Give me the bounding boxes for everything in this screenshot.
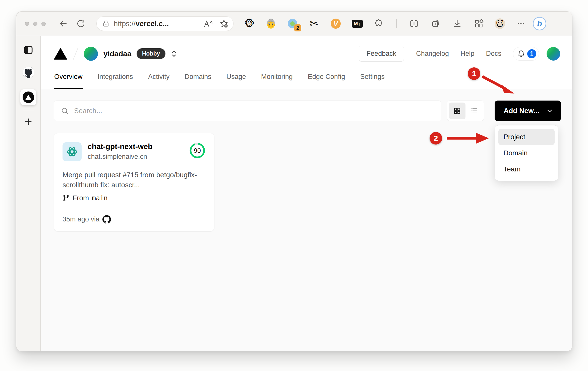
read-aloud-icon[interactable] [203,19,213,28]
dropdown-item-project[interactable]: Project [498,129,555,145]
lock-icon [102,20,110,27]
chevron-down-icon [546,107,553,115]
grandma-extension-icon[interactable]: 👵 [265,18,277,29]
bell-icon [517,50,525,58]
deploy-time: 35m ago via [63,215,99,223]
edge-sidebar [16,36,41,351]
vercel-header: yidadaa Hobby Feedback Changelog Help Do… [41,36,572,71]
extensions-puzzle-icon[interactable] [373,18,385,29]
favorites-star-icon[interactable] [219,19,229,28]
notifications-button[interactable]: 1 [513,47,539,61]
search-icon [61,107,69,115]
scissors-extension-icon[interactable]: ✂ [308,18,320,29]
sidebar-divider [23,110,34,110]
address-bar[interactable]: https://vercel.c... [96,16,233,31]
vercel-sidebar-item-active[interactable] [20,89,36,105]
view-toggle [447,101,484,121]
plan-badge: Hobby [137,48,166,59]
project-domain[interactable]: chat.simplenaive.cn [88,153,187,161]
branch-prefix: From [73,194,89,202]
search-box [54,101,441,121]
tampermonkey-extension-icon[interactable]: 🐵 [244,18,255,29]
minimize-window-button[interactable] [33,22,37,26]
vercel-logo[interactable] [54,48,67,60]
bing-copilot-icon[interactable]: b [533,17,546,30]
back-icon[interactable] [58,18,69,29]
more-menu-icon[interactable] [515,18,527,29]
sidebar-add-icon[interactable] [24,117,33,126]
feedback-button[interactable]: Feedback [359,46,404,62]
notification-count-badge: 1 [527,49,536,58]
changelog-link[interactable]: Changelog [416,50,449,58]
badged-extension-icon[interactable]: 2 [287,18,298,29]
browser-essentials-icon[interactable] [473,18,485,29]
tab-usage[interactable]: Usage [226,71,247,89]
search-input[interactable] [74,107,435,115]
team-switcher-icon[interactable] [170,50,178,58]
extension-icons: 🐵 👵 2 ✂ V M↓ [244,18,527,29]
tab-settings[interactable]: Settings [360,71,385,89]
tab-overview[interactable]: Overview [54,71,83,89]
annotation-step-1: 1 [468,67,480,80]
markdown-extension-icon[interactable]: M↓ [351,18,363,29]
sidebar-toggle-icon[interactable] [23,44,34,56]
list-view-button[interactable] [465,103,482,119]
vercel-triangle-icon [25,95,31,100]
add-new-dropdown: Project Domain Team [495,125,558,181]
close-window-button[interactable] [25,22,29,26]
dashboard-content: Add New... chat [41,89,572,351]
extension-badge-count: 2 [294,24,301,31]
user-avatar[interactable] [547,47,560,61]
downloads-icon[interactable] [451,18,463,29]
tab-domains[interactable]: Domains [184,71,212,89]
help-link[interactable]: Help [460,50,475,58]
tab-edge-config[interactable]: Edge Config [307,71,346,89]
browser-toolbar: https://vercel.c... 🐵 👵 2 ✂ V [16,12,572,36]
tab-monitoring[interactable]: Monitoring [261,71,293,89]
annotation-step-2: 2 [430,132,442,145]
toolbar-divider [396,19,397,28]
analytics-score-ring[interactable]: 90 [189,142,206,159]
github-sidebar-icon[interactable] [23,67,34,78]
annotation-arrow-1 [480,74,517,98]
github-source-icon [102,215,111,224]
annotation-arrow-2 [446,131,491,146]
dropdown-item-domain[interactable]: Domain [498,145,555,161]
grid-view-button[interactable] [449,103,465,119]
add-new-button[interactable]: Add New... [495,101,561,121]
tab-integrations[interactable]: Integrations [97,71,134,89]
v-extension-icon[interactable]: V [330,18,341,29]
team-name[interactable]: yidadaa [103,50,132,58]
team-avatar [84,47,98,61]
window-controls [25,22,46,26]
collections-icon[interactable] [430,18,441,29]
breadcrumb-slash [73,48,78,60]
commit-message[interactable]: Merge pull request #715 from betgo/bugfi… [63,170,206,190]
refresh-icon[interactable] [75,18,86,29]
split-screen-icon[interactable] [408,18,420,29]
browser-window: https://vercel.c... 🐵 👵 2 ✂ V [16,11,572,351]
docs-link[interactable]: Docs [486,50,501,58]
url-text: https://vercel.c... [114,20,169,28]
browser-profile-avatar[interactable]: 🐱 [495,18,505,29]
zoom-window-button[interactable] [41,22,46,26]
analytics-score: 90 [189,142,206,159]
openai-project-icon [63,142,82,161]
branch-name[interactable]: main [92,194,108,202]
tab-activity[interactable]: Activity [148,71,170,89]
dropdown-item-team[interactable]: Team [498,161,555,177]
desktop-background: https://vercel.c... 🐵 👵 2 ✂ V [0,0,588,371]
git-branch-icon [63,195,70,202]
project-name[interactable]: chat-gpt-next-web [88,142,187,151]
project-card[interactable]: chat-gpt-next-web chat.simplenaive.cn 90 [54,133,214,231]
